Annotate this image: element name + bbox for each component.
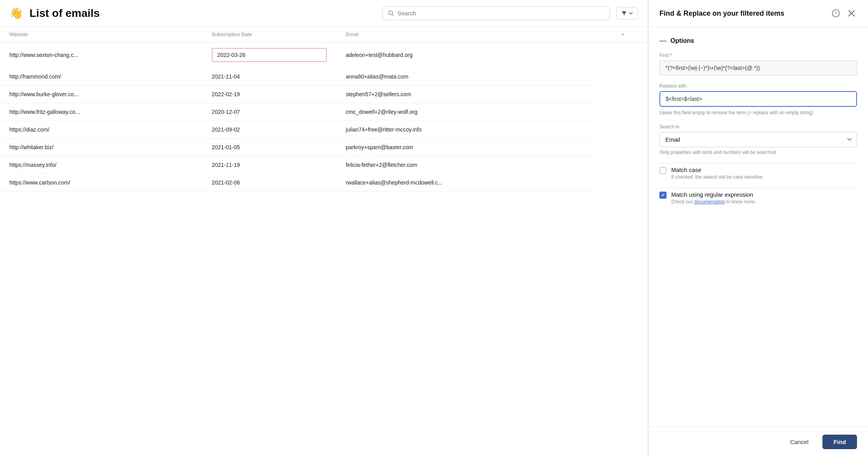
cell-date: 2021-11-04 [202, 68, 336, 86]
panel-header-icons: ? [830, 8, 857, 19]
col-website: Website [0, 27, 202, 42]
search-bar[interactable] [382, 6, 610, 20]
col-add[interactable]: + [598, 27, 648, 42]
cell-date: 2021-01-05 [202, 139, 336, 156]
cell-email: adeleon+test@hubbard.org [336, 42, 598, 68]
search-in-select[interactable]: Email Website Subscription Date [659, 132, 857, 147]
help-icon: ? [832, 9, 840, 17]
page-title: List of emails [29, 7, 100, 20]
left-panel: 👋 List of emails Website Subscription [0, 0, 648, 457]
cell-date: 2021-02-06 [202, 174, 336, 192]
match-case-label: Match case [671, 166, 763, 173]
replace-helper: Leave this field empty to remove the ter… [659, 109, 857, 116]
search-icon [388, 10, 394, 16]
documentation-link[interactable]: documentation [694, 199, 725, 205]
cell-date: 2021-09-02 [202, 121, 336, 139]
highlighted-date: 2022-03-26 [212, 48, 327, 62]
cell-email: julian74+free@ritter-mccoy.info [336, 121, 598, 139]
svg-line-1 [392, 14, 394, 16]
cell-website: https://massey.info/ [0, 156, 202, 174]
email-table: Website Subscription Date Email + http:/… [0, 27, 648, 192]
match-case-checkbox-group: Match case If checked, the search will b… [659, 166, 857, 180]
match-case-sub: If checked, the search will be case sens… [671, 174, 763, 180]
cell-email: felicia-fether+2@fletcher.com [336, 156, 598, 174]
cell-date: 2022-02-19 [202, 86, 336, 103]
cell-website: https://diaz.com/ [0, 121, 202, 139]
match-case-label-group: Match case If checked, the search will b… [671, 166, 763, 180]
help-button[interactable]: ? [830, 8, 841, 19]
search-in-label: Search in [659, 124, 857, 130]
regex-sub-suffix: to know more. [725, 199, 756, 205]
regex-sub-prefix: Check our [671, 199, 694, 205]
match-case-checkbox[interactable] [659, 167, 667, 174]
regex-label-group: Match using regular expression Check our… [671, 191, 756, 205]
panel-header: Find & Replace on your filtered items ? [648, 0, 868, 27]
table-row: http://whitaker.biz/2021-01-05parkroy+sp… [0, 139, 648, 156]
close-icon [848, 10, 855, 17]
filter-icon [621, 11, 627, 16]
search-in-group: Search in Email Website Subscription Dat… [659, 124, 857, 155]
regex-checkbox-group: Match using regular expression Check our… [659, 191, 857, 205]
regex-sub: Check our documentation to know more. [671, 199, 756, 205]
options-toggle[interactable]: — Options [659, 37, 857, 45]
cell-website: http://www.sexton-chang.c... [0, 42, 202, 68]
replace-label: Replace with [659, 83, 857, 89]
options-label: Options [670, 37, 694, 44]
cell-email: cmc_dowell+2@riley-wolf.org [336, 103, 598, 121]
divider-1 [659, 163, 857, 163]
right-panel: Find & Replace on your filtered items ? … [648, 0, 868, 457]
table-row: https://massey.info/2021-11-19felicia-fe… [0, 156, 648, 174]
regex-label: Match using regular expression [671, 191, 756, 198]
replace-input[interactable] [659, 91, 857, 107]
cell-date: 2021-11-19 [202, 156, 336, 174]
regex-group: Match using regular expression Check our… [659, 191, 857, 205]
table-row: http://www.burke-glover.co...2022-02-19s… [0, 86, 648, 103]
find-group: Find * [659, 53, 857, 75]
table-area: Website Subscription Date Email + http:/… [0, 27, 648, 457]
cancel-button[interactable]: Cancel [781, 435, 818, 449]
panel-title: Find & Replace on your filtered items [659, 9, 784, 18]
replace-group: Replace with Leave this field empty to r… [659, 83, 857, 116]
chevron-down-icon [628, 11, 633, 16]
divider-2 [659, 188, 857, 188]
cell-website: https://www.carlson.com/ [0, 174, 202, 192]
cell-website: http://whitaker.biz/ [0, 139, 202, 156]
filter-button[interactable] [616, 7, 638, 20]
minus-icon: — [659, 37, 667, 45]
col-date: Subscription Date [202, 27, 336, 42]
table-row: http://hammond.com/2021-11-04anna80+alia… [0, 68, 648, 86]
close-button[interactable] [846, 8, 857, 19]
app-icon: 👋 [9, 7, 23, 20]
find-button[interactable]: Find [822, 435, 857, 449]
regex-checkbox[interactable] [659, 192, 667, 199]
find-required: * [668, 53, 672, 58]
cell-email: stephen57+2@sellers.com [336, 86, 598, 103]
cell-date: 2022-03-26 [202, 42, 336, 68]
cell-website: http://www.fritz-galloway.co... [0, 103, 202, 121]
find-input[interactable] [659, 60, 857, 75]
match-case-group: Match case If checked, the search will b… [659, 166, 857, 180]
cell-email: rwallace+alias@shepherd-mcdowell.c... [336, 174, 598, 192]
search-in-note: Only properties with texts and numbers w… [659, 150, 857, 155]
search-input[interactable] [397, 10, 604, 16]
cell-website: http://www.burke-glover.co... [0, 86, 202, 103]
panel-body: — Options Find * Replace with Leave this… [648, 27, 868, 426]
cell-email: anna80+alias@mata.com [336, 68, 598, 86]
table-row: https://diaz.com/2021-09-02julian74+free… [0, 121, 648, 139]
table-row: http://www.sexton-chang.c...2022-03-26ad… [0, 42, 648, 68]
table-row: https://www.carlson.com/2021-02-06rwalla… [0, 174, 648, 192]
panel-footer: Cancel Find [648, 426, 868, 457]
cell-date: 2020-12-07 [202, 103, 336, 121]
col-email: Email [336, 27, 598, 42]
search-in-wrapper: Email Website Subscription Date [659, 132, 857, 147]
table-row: http://www.fritz-galloway.co...2020-12-0… [0, 103, 648, 121]
cell-email: parkroy+spam@baxter.com [336, 139, 598, 156]
header: 👋 List of emails [0, 0, 648, 27]
cell-website: http://hammond.com/ [0, 68, 202, 86]
svg-text:?: ? [835, 11, 837, 16]
find-label: Find * [659, 53, 857, 58]
